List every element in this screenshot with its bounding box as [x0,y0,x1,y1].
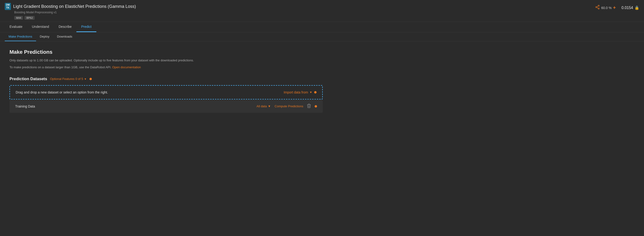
header-title-row: DM TK Light Gradient Boosting on Elastic… [5,3,136,10]
svg-point-2 [596,7,597,8]
tab-describe[interactable]: Describe [54,22,76,32]
training-data-dot [315,105,317,107]
metric-percent: 60.0 % [601,6,612,10]
optional-features-dot [90,78,92,80]
all-data-label: All data [256,104,267,108]
main-tabs: Evaluate Understand Describe Predict [0,22,644,32]
plus-icon[interactable]: + [613,5,616,11]
tag-m44: M44 [14,16,23,20]
header-right: 60.0 % + 0.0154 🔒 [595,3,639,11]
make-predictions-title: Make Predictions [10,49,323,55]
header-left: DM TK Light Gradient Boosting on Elastic… [5,3,136,20]
drag-drop-area[interactable]: Drag and drop a new dataset or select an… [10,85,323,99]
header-metric-percent: 60.0 % + [595,5,616,11]
subtab-deploy[interactable]: Deploy [36,32,53,41]
optional-features-text: Optional Features 0 of 5 [50,77,83,81]
tab-understand[interactable]: Understand [27,22,54,32]
header-metric-value: 0.0154 🔒 [622,6,639,10]
all-data-button[interactable]: All data ▼ [256,104,271,108]
header: DM TK Light Gradient Boosting on Elastic… [0,0,644,22]
section-desc-1: Only datasets up to 1.00 GB can be uploa… [10,58,323,63]
training-data-label: Training Data [15,104,35,108]
svg-line-3 [597,6,598,7]
tag-bp62: BP62 [24,16,35,20]
import-dot [314,91,316,93]
header-tags: M44 BP62 [14,16,136,20]
compute-predictions-button[interactable]: Compute Predictions [274,104,303,108]
subtab-make-predictions[interactable]: Make Predictions [5,32,36,41]
subtitle: Boosting Model Preprocessing v1 [14,11,136,14]
import-data-label: Import data from [284,90,308,94]
share-icon[interactable] [595,5,600,11]
lock-icon: 🔒 [634,6,639,10]
import-data-button[interactable]: Import data from ▼ [284,90,312,94]
tab-predict[interactable]: Predict [76,22,96,32]
prediction-datasets-header: Prediction Datasets Optional Features 0 … [10,77,323,81]
training-data-actions: All data ▼ Compute Predictions [256,104,317,109]
import-right-wrapper: Import data from ▼ [284,90,316,94]
sub-tabs: Make Predictions Deploy Downloads [0,32,644,41]
trash-icon[interactable] [307,104,311,109]
tab-evaluate[interactable]: Evaluate [5,22,27,32]
main-content: Make Predictions Only datasets up to 1.0… [0,41,332,120]
metric-numeric-value: 0.0154 [622,6,633,10]
page-title: Light Gradient Boosting on ElasticNet Pr… [13,4,136,9]
import-chevron-icon: ▼ [310,91,312,94]
subtab-downloads[interactable]: Downloads [53,32,76,41]
optional-features-button[interactable]: Optional Features 0 of 5 ▼ [50,77,86,81]
logo-badge: DM TK [5,3,11,10]
prediction-datasets-title: Prediction Datasets [10,77,47,81]
training-data-row: Training Data All data ▼ Compute Predict… [10,100,323,113]
chevron-down-icon: ▼ [84,78,86,80]
svg-line-4 [597,7,598,8]
all-data-chevron-icon: ▼ [268,104,271,108]
open-documentation-link[interactable]: Open documentation [112,65,141,69]
drag-drop-text: Drag and drop a new dataset or select an… [16,90,108,94]
section-desc-2-text: To make predictions on a dataset larger … [10,65,111,69]
section-desc-2: To make predictions on a dataset larger … [10,65,323,70]
